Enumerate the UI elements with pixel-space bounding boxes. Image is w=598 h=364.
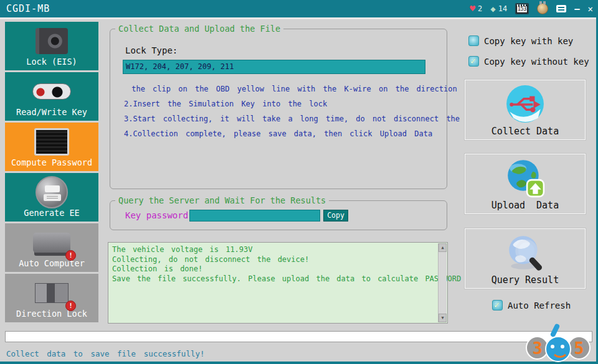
password-screen-icon [34,128,69,156]
sidebar-item-generate-ee[interactable]: Generate EE [5,173,98,222]
window-border-bottom [0,362,598,364]
log-output[interactable]: The vehicle voltage is 11.93V Collecting… [108,242,448,324]
status-message: Collect data to save file successfully! [6,349,205,358]
car-key-icon [32,83,71,100]
collect-data-group: Collect Data and Upload the File Lock Ty… [110,29,447,189]
key-password-label: Key password [125,210,188,220]
printer-circle-icon [36,176,68,208]
direction-lock-warning-icon [35,283,69,303]
log-line: Collecting, do not disconnect the device… [112,255,435,265]
sidebar-item-read-write-key[interactable]: Read/Write Key [5,72,98,121]
minimize-icon[interactable]: – [574,4,579,14]
collect-data-group-title: Collect Data and Upload the File [115,24,283,34]
heart-count: 2 [478,4,482,13]
gem-count: 14 [498,4,507,13]
lock-type-select[interactable]: W172, 204, 207, 209, 211 [123,60,425,74]
sidebar-item-label: Compute Password [11,157,92,167]
printer-counter-icon: 153 [515,3,529,14]
close-icon[interactable]: ✕ [588,4,593,14]
sidebar-item-label: Lock (EIS) [26,57,77,67]
sidebar-item-direction-lock[interactable]: ! Direction Lock [5,274,98,322]
heart-icon: ♥ [470,3,475,14]
globe-upload-icon [505,157,546,198]
sidebar-item-lock-eis[interactable]: Lock (EIS) [5,22,98,70]
checkbox-icon[interactable] [492,300,503,310]
instructions: the clip on the OBD yellow line with the… [124,82,508,141]
instruction-line: the clip on the OBD yellow line with the… [124,82,508,96]
usb-icon [505,83,546,124]
globe-search-icon [505,232,546,273]
action-button-label: Collect Data [491,126,559,137]
checkbox-icon[interactable] [468,56,479,67]
warning-badge-icon: ! [65,250,76,261]
copy-button[interactable]: Copy [323,210,348,222]
action-button-label: Upload Data [491,200,559,211]
log-scrollbar[interactable]: ▲ ▼ [438,243,447,322]
menu-icon[interactable] [556,5,566,12]
query-result-button[interactable]: Query Result [465,228,586,289]
upload-data-button[interactable]: Upload Data [465,154,586,214]
warning-badge-icon: ! [65,301,76,311]
titlebar-separator [0,17,598,19]
ecu-warning-icon [33,233,70,253]
lock-type-label: Lock Type: [125,45,178,55]
checkbox-label: Copy key without key [484,57,589,67]
scroll-down-icon[interactable]: ▼ [439,314,447,322]
log-line: Save the file successfully. Please uploa… [112,274,435,284]
medal-icon [537,3,548,14]
logo-365: 3 6 5 [526,322,591,362]
app-window: CGDI-MB ♥ 2 ◆ 14 153 – ✕ Lock (EIS) Read… [0,0,598,364]
query-server-group-title: Query the Server and Wait For the Result… [115,195,329,205]
copy-key-without-key-checkbox[interactable]: Copy key without key [468,56,589,67]
copy-key-with-key-checkbox[interactable]: Copy key with key [468,35,573,46]
auto-refresh-checkbox[interactable]: Auto Refresh [492,300,571,310]
eis-lock-icon [36,28,68,54]
progress-bar [5,331,592,342]
checkbox-label: Auto Refresh [508,301,571,310]
sidebar-item-label: Read/Write Key [16,107,87,117]
query-server-group: Query the Server and Wait For the Result… [110,200,447,230]
action-button-label: Query Result [491,274,559,286]
titlebar: CGDI-MB ♥ 2 ◆ 14 153 – ✕ [0,0,598,17]
window-title: CGDI-MB [6,3,50,14]
instruction-line: 2.Insert the Simulation Key into the loc… [124,96,508,111]
log-line: The vehicle voltage is 11.93V [112,245,435,255]
scroll-up-icon[interactable]: ▲ [439,243,447,252]
printer-counter-value: 153 [516,6,528,13]
instruction-line: 3.Start collecting, it will take a long … [124,111,508,126]
checkbox-label: Copy key with key [484,36,573,46]
log-line: Collection is done! [112,264,435,274]
checkbox-icon[interactable] [468,35,479,46]
logo-digit-6: 6 [545,325,571,362]
sidebar-item-auto-computer[interactable]: ! Auto Computer [5,223,98,272]
sidebar-item-label: Direction Lock [16,309,87,319]
key-password-input[interactable] [189,210,320,222]
gem-icon: ◆ [490,4,495,14]
sidebar-item-label: Generate EE [24,208,79,218]
sidebar-item-compute-password[interactable]: Compute Password [5,123,98,171]
instruction-line: 4.Collection complete, please save data,… [124,126,508,141]
collect-data-button[interactable]: Collect Data [465,80,586,140]
sidebar-item-label: Auto Computer [19,258,85,268]
